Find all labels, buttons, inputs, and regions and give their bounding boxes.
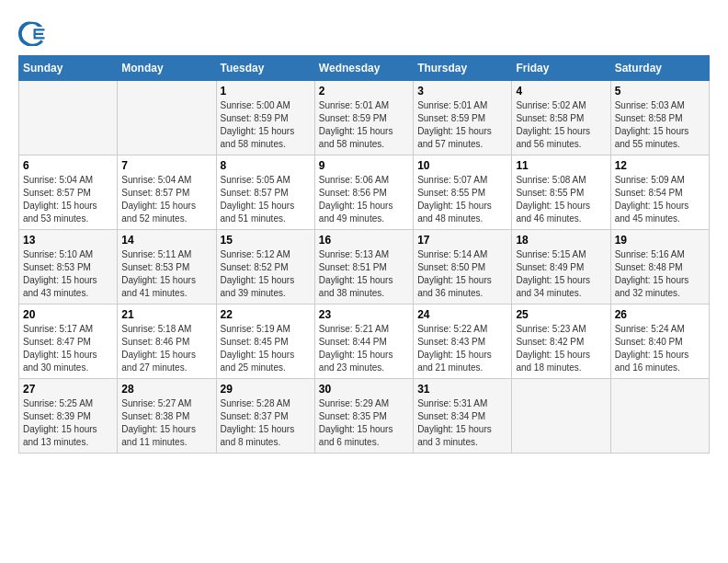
calendar-cell: 2Sunrise: 5:01 AM Sunset: 8:59 PM Daylig…	[314, 81, 413, 155]
day-info: Sunrise: 5:10 AM Sunset: 8:53 PM Dayligh…	[23, 248, 113, 300]
day-info: Sunrise: 5:04 AM Sunset: 8:57 PM Dayligh…	[121, 174, 211, 225]
day-info: Sunrise: 5:06 AM Sunset: 8:56 PM Dayligh…	[319, 174, 409, 225]
day-info: Sunrise: 5:04 AM Sunset: 8:57 PM Dayligh…	[23, 174, 113, 225]
calendar-cell: 26Sunrise: 5:24 AM Sunset: 8:40 PM Dayli…	[610, 304, 709, 379]
day-info: Sunrise: 5:03 AM Sunset: 8:58 PM Dayligh…	[615, 99, 705, 151]
day-info: Sunrise: 5:24 AM Sunset: 8:40 PM Dayligh…	[615, 323, 705, 374]
day-number: 21	[121, 308, 211, 321]
calendar-cell: 28Sunrise: 5:27 AM Sunset: 8:38 PM Dayli…	[118, 379, 216, 454]
day-number: 25	[516, 308, 606, 321]
day-info: Sunrise: 5:25 AM Sunset: 8:39 PM Dayligh…	[23, 397, 113, 449]
day-number: 7	[121, 159, 211, 172]
header-row: SundayMondayTuesdayWednesdayThursdayFrid…	[19, 56, 710, 81]
day-number: 19	[615, 234, 705, 247]
week-row-1: 1Sunrise: 5:00 AM Sunset: 8:59 PM Daylig…	[19, 81, 710, 155]
day-number: 17	[417, 234, 507, 247]
column-header-sunday: Sunday	[19, 56, 118, 81]
logo	[18, 18, 50, 46]
day-number: 1	[221, 85, 311, 98]
day-number: 27	[23, 383, 113, 396]
day-info: Sunrise: 5:18 AM Sunset: 8:46 PM Dayligh…	[121, 323, 211, 374]
day-number: 30	[319, 383, 409, 396]
day-info: Sunrise: 5:27 AM Sunset: 8:38 PM Dayligh…	[121, 397, 211, 449]
day-info: Sunrise: 5:15 AM Sunset: 8:49 PM Dayligh…	[516, 248, 606, 300]
day-info: Sunrise: 5:11 AM Sunset: 8:53 PM Dayligh…	[121, 248, 211, 300]
day-info: Sunrise: 5:23 AM Sunset: 8:42 PM Dayligh…	[516, 323, 606, 374]
day-number: 2	[319, 85, 409, 98]
calendar-cell	[512, 379, 610, 454]
day-number: 8	[221, 159, 311, 172]
page-header	[18, 18, 710, 46]
day-info: Sunrise: 5:09 AM Sunset: 8:54 PM Dayligh…	[615, 174, 705, 225]
calendar-cell: 1Sunrise: 5:00 AM Sunset: 8:59 PM Daylig…	[216, 81, 314, 155]
day-number: 10	[417, 159, 507, 172]
column-header-tuesday: Tuesday	[216, 56, 314, 81]
column-header-friday: Friday	[512, 56, 610, 81]
day-number: 16	[319, 234, 409, 247]
calendar-cell: 24Sunrise: 5:22 AM Sunset: 8:43 PM Dayli…	[414, 304, 512, 379]
day-info: Sunrise: 5:01 AM Sunset: 8:59 PM Dayligh…	[319, 99, 409, 151]
day-info: Sunrise: 5:22 AM Sunset: 8:43 PM Dayligh…	[417, 323, 507, 374]
day-info: Sunrise: 5:02 AM Sunset: 8:58 PM Dayligh…	[516, 99, 606, 151]
calendar-cell: 29Sunrise: 5:28 AM Sunset: 8:37 PM Dayli…	[216, 379, 314, 454]
day-number: 23	[319, 308, 409, 321]
day-number: 13	[23, 234, 113, 247]
day-info: Sunrise: 5:17 AM Sunset: 8:47 PM Dayligh…	[23, 323, 113, 374]
day-info: Sunrise: 5:05 AM Sunset: 8:57 PM Dayligh…	[221, 174, 311, 225]
day-number: 9	[319, 159, 409, 172]
calendar-cell: 4Sunrise: 5:02 AM Sunset: 8:58 PM Daylig…	[512, 81, 610, 155]
day-number: 12	[615, 159, 705, 172]
week-row-5: 27Sunrise: 5:25 AM Sunset: 8:39 PM Dayli…	[19, 379, 710, 454]
calendar-cell: 3Sunrise: 5:01 AM Sunset: 8:59 PM Daylig…	[414, 81, 512, 155]
day-info: Sunrise: 5:08 AM Sunset: 8:55 PM Dayligh…	[516, 174, 606, 225]
column-header-saturday: Saturday	[610, 56, 709, 81]
day-number: 26	[615, 308, 705, 321]
calendar-cell: 10Sunrise: 5:07 AM Sunset: 8:55 PM Dayli…	[414, 155, 512, 230]
calendar-cell: 5Sunrise: 5:03 AM Sunset: 8:58 PM Daylig…	[610, 81, 709, 155]
calendar-cell: 18Sunrise: 5:15 AM Sunset: 8:49 PM Dayli…	[512, 230, 610, 304]
calendar-cell: 6Sunrise: 5:04 AM Sunset: 8:57 PM Daylig…	[19, 155, 118, 230]
day-number: 28	[121, 383, 211, 396]
calendar-cell: 23Sunrise: 5:21 AM Sunset: 8:44 PM Dayli…	[314, 304, 413, 379]
calendar-cell: 14Sunrise: 5:11 AM Sunset: 8:53 PM Dayli…	[118, 230, 216, 304]
day-info: Sunrise: 5:00 AM Sunset: 8:59 PM Dayligh…	[221, 99, 311, 151]
day-number: 20	[23, 308, 113, 321]
logo-icon	[18, 18, 46, 46]
calendar-cell	[610, 379, 709, 454]
calendar-cell: 31Sunrise: 5:31 AM Sunset: 8:34 PM Dayli…	[414, 379, 512, 454]
calendar-cell: 21Sunrise: 5:18 AM Sunset: 8:46 PM Dayli…	[118, 304, 216, 379]
day-info: Sunrise: 5:16 AM Sunset: 8:48 PM Dayligh…	[615, 248, 705, 300]
day-info: Sunrise: 5:29 AM Sunset: 8:35 PM Dayligh…	[319, 397, 409, 449]
calendar-table: SundayMondayTuesdayWednesdayThursdayFrid…	[18, 55, 710, 454]
day-number: 29	[221, 383, 311, 396]
day-number: 18	[516, 234, 606, 247]
calendar-cell: 11Sunrise: 5:08 AM Sunset: 8:55 PM Dayli…	[512, 155, 610, 230]
calendar-cell: 13Sunrise: 5:10 AM Sunset: 8:53 PM Dayli…	[19, 230, 118, 304]
day-info: Sunrise: 5:31 AM Sunset: 8:34 PM Dayligh…	[417, 397, 507, 449]
column-header-wednesday: Wednesday	[314, 56, 413, 81]
column-header-monday: Monday	[118, 56, 216, 81]
calendar-cell: 8Sunrise: 5:05 AM Sunset: 8:57 PM Daylig…	[216, 155, 314, 230]
calendar-cell: 22Sunrise: 5:19 AM Sunset: 8:45 PM Dayli…	[216, 304, 314, 379]
day-info: Sunrise: 5:14 AM Sunset: 8:50 PM Dayligh…	[417, 248, 507, 300]
day-info: Sunrise: 5:19 AM Sunset: 8:45 PM Dayligh…	[221, 323, 311, 374]
day-info: Sunrise: 5:13 AM Sunset: 8:51 PM Dayligh…	[319, 248, 409, 300]
calendar-cell: 19Sunrise: 5:16 AM Sunset: 8:48 PM Dayli…	[610, 230, 709, 304]
week-row-2: 6Sunrise: 5:04 AM Sunset: 8:57 PM Daylig…	[19, 155, 710, 230]
calendar-cell: 9Sunrise: 5:06 AM Sunset: 8:56 PM Daylig…	[314, 155, 413, 230]
day-number: 14	[121, 234, 211, 247]
day-info: Sunrise: 5:01 AM Sunset: 8:59 PM Dayligh…	[417, 99, 507, 151]
calendar-cell: 30Sunrise: 5:29 AM Sunset: 8:35 PM Dayli…	[314, 379, 413, 454]
day-number: 15	[221, 234, 311, 247]
calendar-cell: 7Sunrise: 5:04 AM Sunset: 8:57 PM Daylig…	[118, 155, 216, 230]
calendar-cell: 20Sunrise: 5:17 AM Sunset: 8:47 PM Dayli…	[19, 304, 118, 379]
calendar-cell: 12Sunrise: 5:09 AM Sunset: 8:54 PM Dayli…	[610, 155, 709, 230]
day-info: Sunrise: 5:28 AM Sunset: 8:37 PM Dayligh…	[221, 397, 311, 449]
day-info: Sunrise: 5:12 AM Sunset: 8:52 PM Dayligh…	[221, 248, 311, 300]
calendar-cell	[118, 81, 216, 155]
day-number: 5	[615, 85, 705, 98]
calendar-cell: 17Sunrise: 5:14 AM Sunset: 8:50 PM Dayli…	[414, 230, 512, 304]
calendar-cell	[19, 81, 118, 155]
day-number: 24	[417, 308, 507, 321]
week-row-3: 13Sunrise: 5:10 AM Sunset: 8:53 PM Dayli…	[19, 230, 710, 304]
